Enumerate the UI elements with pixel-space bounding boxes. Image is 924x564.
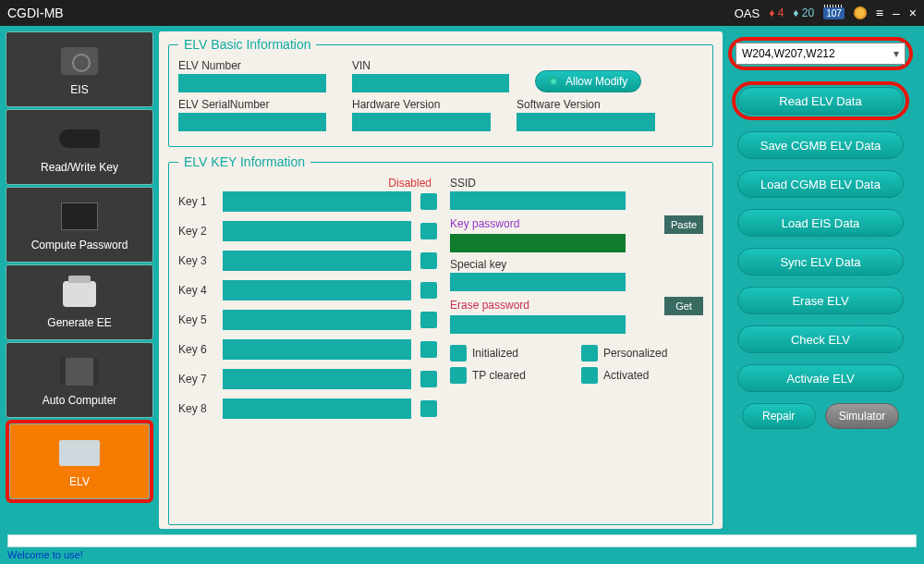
key6-disabled-check[interactable] xyxy=(420,341,437,358)
tp-cleared-check[interactable] xyxy=(450,367,467,384)
key-icon xyxy=(59,129,100,148)
elv-number-label: ELV Number xyxy=(178,59,326,72)
close-button[interactable]: × xyxy=(909,6,917,20)
key5-field[interactable] xyxy=(223,310,411,330)
key8-disabled-check[interactable] xyxy=(420,400,437,417)
allow-modify-button[interactable]: Allow Modify xyxy=(535,70,641,92)
hw-field[interactable] xyxy=(352,113,491,131)
medal-icon[interactable] xyxy=(854,6,867,19)
key3-disabled-check[interactable] xyxy=(420,252,437,269)
serial-field[interactable] xyxy=(178,113,326,131)
chevron-down-icon xyxy=(894,47,899,60)
sidebar-item-label: Auto Computer xyxy=(43,394,117,407)
dot-icon xyxy=(549,77,558,86)
sidebar-item-label: Read/Write Key xyxy=(41,161,118,174)
menu-button[interactable]: ≡ xyxy=(876,6,883,20)
status-bar: Welcome to use! xyxy=(0,534,924,558)
cpu-icon xyxy=(61,202,98,230)
key2-disabled-check[interactable] xyxy=(420,223,437,239)
special-key-field[interactable] xyxy=(450,273,626,291)
oas-label: OAS xyxy=(735,6,760,20)
key6-field[interactable] xyxy=(223,339,411,360)
initialized-check[interactable] xyxy=(450,345,467,362)
key-row: Key 8 xyxy=(178,398,437,419)
key-row: Key 7 xyxy=(178,369,437,389)
key-row: Key 5 xyxy=(178,310,437,330)
key1-disabled-check[interactable] xyxy=(420,193,437,210)
read-elv-data-button[interactable]: Read ELV Data xyxy=(737,87,904,115)
key-row: Key 6 xyxy=(178,339,437,360)
eis-icon xyxy=(61,47,98,75)
sidebar-item-generate-ee[interactable]: Generate EE xyxy=(6,264,153,340)
group-legend: ELV Basic Information xyxy=(178,37,316,52)
calendar-icon[interactable]: 107 xyxy=(823,7,845,19)
activated-check[interactable] xyxy=(581,367,598,384)
sidebar-item-label: Generate EE xyxy=(47,316,111,329)
simulator-button[interactable]: Simulator xyxy=(825,403,900,429)
paste-button[interactable]: Paste xyxy=(664,215,703,234)
activate-elv-button[interactable]: Activate ELV xyxy=(737,364,904,392)
key4-disabled-check[interactable] xyxy=(420,282,437,299)
key1-field[interactable] xyxy=(223,191,411,212)
key8-field[interactable] xyxy=(223,398,411,419)
personalized-check[interactable] xyxy=(581,345,598,362)
gem-blue-icon: ♦ 20 xyxy=(793,6,814,19)
ssid-field[interactable] xyxy=(450,191,626,210)
key-row: Key 2 xyxy=(178,221,437,241)
progress-track xyxy=(7,534,917,547)
sidebar-item-elv[interactable]: ELV xyxy=(9,423,150,499)
key7-field[interactable] xyxy=(223,369,411,389)
key4-field[interactable] xyxy=(223,280,411,300)
erase-password-label: Erase password xyxy=(450,299,664,312)
main-panel: ELV Basic Information ELV Number VIN All… xyxy=(159,31,723,529)
sidebar-item-auto-computer[interactable]: Auto Computer xyxy=(6,342,153,418)
app-title: CGDI-MB xyxy=(7,6,64,20)
action-column: W204,W207,W212 Read ELV Data Save CGMB E… xyxy=(728,31,918,529)
vin-label: VIN xyxy=(352,59,509,72)
key-row: Key 4 xyxy=(178,280,437,300)
printer-icon xyxy=(63,281,96,307)
sidebar-item-compute-password[interactable]: Compute Password xyxy=(6,187,153,263)
group-legend: ELV KEY Information xyxy=(178,154,310,169)
model-select[interactable]: W204,W207,W212 xyxy=(736,43,906,65)
minimize-button[interactable]: – xyxy=(893,6,900,20)
key-password-label: Key password xyxy=(450,217,664,230)
disabled-header: Disabled xyxy=(178,177,437,190)
sync-elv-button[interactable]: Sync ELV Data xyxy=(737,248,904,276)
erase-password-field[interactable] xyxy=(450,315,626,334)
sidebar-item-eis[interactable]: EIS xyxy=(6,31,153,107)
ssid-label: SSID xyxy=(450,177,703,190)
sidebar-item-label: ELV xyxy=(69,475,90,488)
vin-field[interactable] xyxy=(352,74,509,92)
sidebar-item-label: Compute Password xyxy=(31,239,128,251)
serial-label: ELV SerialNumber xyxy=(178,98,326,111)
save-cgmb-button[interactable]: Save CGMB ELV Data xyxy=(737,131,904,159)
sw-field[interactable] xyxy=(517,113,655,131)
special-key-label: Special key xyxy=(450,258,703,271)
key-password-field[interactable] xyxy=(450,234,626,252)
sidebar: EIS Read/Write Key Compute Password Gene… xyxy=(6,31,153,529)
repair-button[interactable]: Repair xyxy=(742,403,816,429)
title-bar: CGDI-MB OAS ♦ 4 ♦ 20 107 ≡ – × xyxy=(0,0,924,26)
elv-key-group: ELV KEY Information Disabled Key 1 Key 2… xyxy=(168,154,713,525)
key-row: Key 3 xyxy=(178,251,437,271)
key7-disabled-check[interactable] xyxy=(420,371,437,387)
board-icon xyxy=(59,440,100,466)
gem-red-icon: ♦ 4 xyxy=(769,6,784,19)
get-button[interactable]: Get xyxy=(664,297,703,315)
check-elv-button[interactable]: Check ELV xyxy=(737,325,904,353)
load-eis-button[interactable]: Load EIS Data xyxy=(737,209,904,237)
key3-field[interactable] xyxy=(223,251,411,271)
sidebar-item-label: EIS xyxy=(70,83,88,96)
hw-label: Hardware Version xyxy=(352,98,491,111)
elv-number-field[interactable] xyxy=(178,74,326,92)
key-row: Key 1 xyxy=(178,191,437,212)
key2-field[interactable] xyxy=(223,221,411,241)
load-cgmb-button[interactable]: Load CGMB ELV Data xyxy=(737,170,904,198)
sidebar-item-readwrite-key[interactable]: Read/Write Key xyxy=(6,109,153,185)
erase-elv-button[interactable]: Erase ELV xyxy=(737,287,904,314)
elv-basic-group: ELV Basic Information ELV Number VIN All… xyxy=(168,37,713,147)
status-message: Welcome to use! xyxy=(7,549,917,560)
ecu-icon xyxy=(60,358,99,386)
key5-disabled-check[interactable] xyxy=(420,312,437,328)
